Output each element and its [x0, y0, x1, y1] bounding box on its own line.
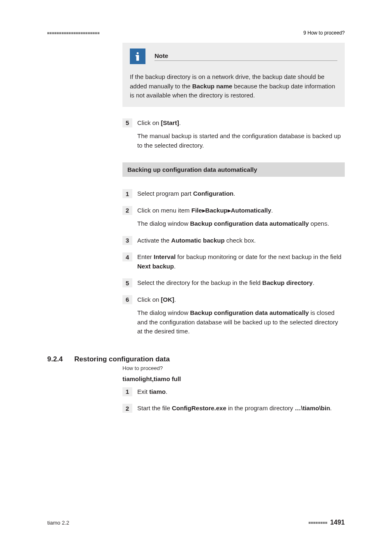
- footer-product: tiamo 2.2: [47, 520, 69, 526]
- auto-step: 6Click on [OK].The dialog window Backup …: [122, 295, 345, 336]
- manual-step-5: 5 Click on [Start]. The manual backup is…: [122, 118, 345, 150]
- page-number: 1491: [330, 519, 345, 526]
- step-number: 5: [122, 278, 132, 287]
- header-ticks-left: ■■■■■■■■■■■■■■■■■■■■■■: [47, 31, 100, 35]
- step-body: Start the file ConfigRestore.exe in the …: [137, 404, 345, 413]
- step-number: 6: [122, 295, 132, 304]
- svg-rect-2: [136, 55, 136, 56]
- svg-point-0: [137, 52, 139, 54]
- step-body: Enter Interval for backup monitoring or …: [137, 252, 345, 271]
- note-body: If the backup directory is on a network …: [130, 72, 337, 100]
- note-box: Note If the backup directory is on a net…: [122, 43, 345, 107]
- step-number: 1: [122, 387, 132, 396]
- step-number: 2: [122, 206, 132, 215]
- auto-step: 4Enter Interval for backup monitoring or…: [122, 252, 345, 271]
- edition-label: tiamolight,tiamo full: [122, 375, 345, 382]
- svg-rect-1: [136, 55, 139, 61]
- auto-step: 3Activate the Automatic backup check box…: [122, 236, 345, 245]
- restore-step: 1Exit tiamo.: [122, 387, 345, 397]
- restore-step: 2Start the file ConfigRestore.exe in the…: [122, 404, 345, 413]
- info-icon: [130, 49, 145, 64]
- step-body: Select the directory for the backup in t…: [137, 278, 345, 288]
- auto-step: 1Select program part Configuration.: [122, 189, 345, 199]
- step-number: 1: [122, 189, 132, 198]
- auto-step: 5Select the directory for the backup in …: [122, 278, 345, 288]
- auto-step: 2Click on menu item File▶Backup▶Automati…: [122, 206, 345, 229]
- step-body: Activate the Automatic backup check box.: [137, 236, 345, 245]
- section-heading-924: 9.2.4 Restoring configuration data: [47, 355, 345, 363]
- step-body: Select program part Configuration.: [137, 189, 345, 199]
- section-bar-auto-backup: Backing up configuration data automatica…: [122, 162, 345, 177]
- step-number: 5: [122, 118, 132, 127]
- header-chapter-label: 9 How to proceed?: [303, 30, 345, 36]
- step-body: Click on [OK].The dialog window Backup c…: [137, 295, 345, 336]
- step-number: 3: [122, 236, 132, 245]
- step-number: 2: [122, 404, 132, 413]
- footer-ticks: ■■■■■■■■: [309, 521, 328, 525]
- section-number: 9.2.4: [47, 355, 63, 363]
- section-title: Restoring configuration data: [74, 355, 170, 363]
- step-body: Exit tiamo.: [137, 387, 345, 397]
- breadcrumb: How to proceed?: [122, 365, 345, 371]
- step-number: 4: [122, 252, 132, 261]
- step-body: Click on menu item File▶Backup▶Automatic…: [137, 206, 345, 229]
- note-title: Note: [154, 52, 337, 61]
